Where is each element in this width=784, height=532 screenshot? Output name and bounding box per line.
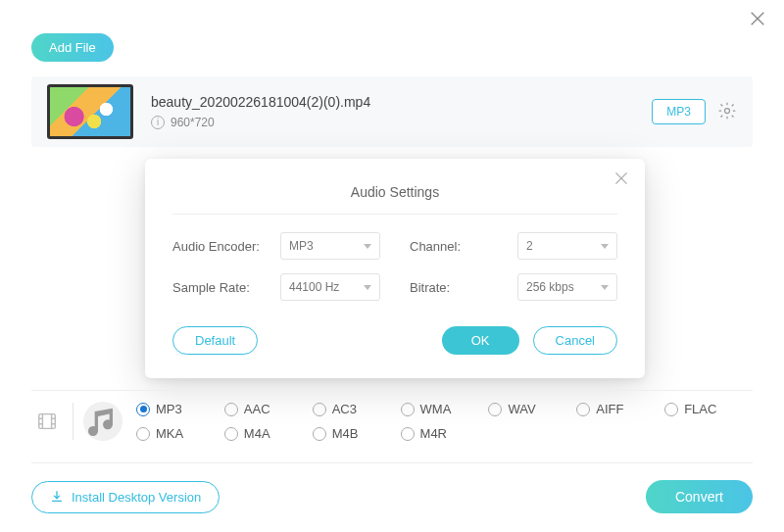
gear-icon[interactable]: [717, 101, 737, 123]
radio-icon: [401, 427, 415, 441]
format-label: MP3: [156, 402, 182, 416]
format-radio-aac[interactable]: AAC: [224, 402, 313, 416]
svg-point-2: [725, 108, 730, 113]
format-label: M4R: [420, 426, 447, 441]
format-radio-m4a[interactable]: M4A: [224, 426, 313, 441]
radio-icon: [576, 403, 590, 416]
add-file-button[interactable]: Add File: [31, 33, 114, 62]
convert-button[interactable]: Convert: [646, 480, 753, 513]
encoder-select[interactable]: MP3: [280, 232, 380, 260]
format-label: AC3: [332, 402, 357, 416]
format-label: FLAC: [684, 402, 716, 416]
video-category-icon[interactable]: [31, 406, 63, 437]
ok-button[interactable]: OK: [442, 326, 519, 355]
modal-title: Audio Settings: [172, 176, 617, 215]
bitrate-label: Bitrate:: [410, 280, 508, 295]
radio-icon: [313, 403, 326, 416]
divider: [31, 462, 753, 463]
radio-icon: [313, 427, 326, 441]
format-radio-aiff[interactable]: AIFF: [576, 402, 664, 416]
format-radio-wma[interactable]: WMA: [401, 402, 489, 416]
radio-icon: [224, 427, 238, 441]
format-radio-m4r[interactable]: M4R: [401, 426, 489, 441]
format-label: MKA: [156, 426, 183, 441]
video-thumbnail: [47, 84, 133, 139]
format-radio-mka[interactable]: MKA: [136, 426, 224, 441]
encoder-label: Audio Encoder:: [172, 239, 270, 254]
audio-settings-modal: Audio Settings Audio Encoder: MP3 Channe…: [145, 159, 645, 378]
svg-rect-5: [39, 414, 56, 429]
format-label: AIFF: [596, 402, 623, 416]
file-name: beauty_20200226181004(2)(0).mp4: [151, 94, 652, 110]
format-radio-mp3[interactable]: MP3: [136, 402, 224, 416]
sample-rate-select[interactable]: 44100 Hz: [280, 273, 380, 301]
format-label: M4A: [244, 426, 270, 441]
file-info: beauty_20200226181004(2)(0).mp4 i 960*72…: [151, 94, 652, 129]
radio-icon: [401, 403, 415, 416]
radio-icon: [224, 403, 238, 416]
bitrate-select[interactable]: 256 kbps: [517, 273, 617, 301]
radio-icon: [136, 403, 150, 416]
bottom-bar: Install Desktop Version Convert: [31, 480, 753, 513]
divider: [31, 390, 753, 391]
category-separator: [73, 403, 74, 440]
default-button[interactable]: Default: [172, 326, 258, 355]
format-radio-m4b[interactable]: M4B: [313, 426, 401, 441]
format-selector: MP3AACAC3WMAWAVAIFFFLACMKAM4AM4BM4R: [31, 402, 753, 441]
sample-rate-label: Sample Rate:: [172, 280, 270, 295]
output-format-button[interactable]: MP3: [652, 99, 706, 124]
format-label: WAV: [508, 402, 535, 416]
format-label: AAC: [244, 402, 270, 416]
info-icon: i: [151, 116, 165, 129]
install-desktop-button[interactable]: Install Desktop Version: [31, 481, 220, 513]
format-label: M4B: [332, 426, 359, 441]
file-card: beauty_20200226181004(2)(0).mp4 i 960*72…: [31, 76, 753, 147]
close-icon[interactable]: [749, 10, 766, 30]
format-label: WMA: [420, 402, 452, 416]
radio-icon: [664, 403, 678, 416]
channel-select[interactable]: 2: [517, 232, 617, 260]
modal-close-icon[interactable]: [613, 170, 629, 189]
audio-category-icon[interactable]: [83, 402, 122, 441]
format-radio-flac[interactable]: FLAC: [664, 402, 753, 416]
radio-icon: [488, 403, 502, 416]
file-resolution: 960*720: [171, 116, 215, 129]
cancel-button[interactable]: Cancel: [533, 326, 617, 355]
channel-label: Channel:: [410, 239, 508, 254]
format-radio-ac3[interactable]: AC3: [313, 402, 401, 416]
format-radio-wav[interactable]: WAV: [488, 402, 576, 416]
radio-icon: [136, 427, 150, 441]
